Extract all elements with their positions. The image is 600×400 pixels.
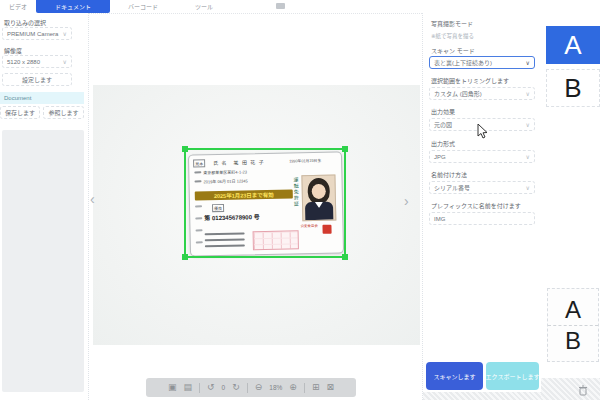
toolbar-divider: [247, 383, 248, 393]
crop-handle-bottom-right[interactable]: [342, 254, 348, 260]
photo-mode-label[interactable]: 写真撮影モード: [431, 19, 473, 28]
crop-handle-top-right[interactable]: [342, 146, 348, 152]
window-icon[interactable]: [276, 3, 285, 9]
scan-settings-panel: 写真撮影モード ※紙で写真を撮る スキャン モード 表と裏(上下接続あり) ∨ …: [422, 13, 543, 400]
naming-method-select[interactable]: シリアル番号 ∨: [429, 181, 535, 194]
next-page-arrow[interactable]: ›: [404, 196, 409, 206]
output-format-select[interactable]: JPG ∨: [429, 150, 535, 163]
trim-value: カスタム (四角形): [434, 89, 482, 98]
output-format-label: 出力形式: [431, 139, 455, 148]
output-effect-label: 出力効果: [431, 107, 455, 116]
tab-tools-label: ツール: [195, 2, 213, 11]
toolbar-divider: [199, 383, 200, 393]
thumbnail-page-b[interactable]: B: [546, 69, 600, 107]
crop-handle-bottom-left[interactable]: [182, 254, 188, 260]
naming-method-value: シリアル番号: [434, 183, 470, 192]
folder-header-label: Document: [4, 95, 31, 101]
thumbnail-b-label: B: [564, 73, 581, 104]
chevron-down-icon: ∨: [63, 30, 67, 37]
thumbnail-bottom-texture: [541, 378, 600, 400]
resolution-select-value: 5120 x 2880: [7, 59, 40, 65]
browse-button[interactable]: 参照します: [43, 106, 84, 119]
camera-select-value: PREMIUM Camera: [7, 31, 58, 37]
zoom-in-icon[interactable]: ⊕: [289, 383, 297, 392]
tab-tools[interactable]: ツール: [186, 0, 222, 13]
source-select-label: 取り込みの選択: [4, 18, 46, 27]
fit-icon[interactable]: ⊞: [312, 383, 320, 392]
export-button[interactable]: エクスポートします: [486, 362, 539, 390]
scan-button[interactable]: スキャンします: [426, 362, 483, 390]
apply-settings-button[interactable]: 設定します: [2, 73, 72, 86]
mouse-cursor: [477, 124, 488, 143]
resolution-label: 解像度: [4, 46, 22, 55]
tab-document[interactable]: ドキュメント: [36, 0, 110, 13]
tab-document-label: ドキュメント: [55, 2, 91, 11]
combined-preview-top: A: [565, 295, 581, 325]
rotate-left-icon[interactable]: ↺: [207, 383, 215, 392]
image-icon[interactable]: ▣: [168, 383, 177, 392]
tab-video-label: ビデオ: [9, 2, 27, 11]
chevron-down-icon: ∨: [526, 121, 530, 128]
combined-preview-bottom: B: [548, 325, 598, 356]
toolbar-divider: [304, 383, 305, 393]
chevron-down-icon: ∨: [63, 58, 67, 65]
file-list-area[interactable]: [2, 130, 84, 392]
photo-mode-note: ※紙で写真を撮る: [431, 32, 474, 40]
save-button[interactable]: 保存します: [0, 106, 40, 119]
scan-mode-label: スキャン モード: [431, 46, 475, 55]
trash-icon[interactable]: [578, 382, 588, 400]
browse-button-label: 参照します: [48, 108, 78, 117]
crop-selection-box[interactable]: [184, 148, 346, 258]
prev-page-arrow[interactable]: ‹: [90, 194, 95, 204]
chevron-down-icon: ∨: [526, 90, 530, 97]
zoom-level-value: 18%: [269, 384, 282, 391]
copy-icon[interactable]: ▤: [184, 383, 193, 392]
left-settings-panel: 取り込みの選択 PREMIUM Camera ∨ 解像度 5120 x 2880…: [0, 13, 89, 400]
chevron-down-icon: ∨: [526, 153, 530, 160]
scan-mode-select[interactable]: 表と裏(上下接続あり) ∨: [429, 56, 535, 69]
resolution-select[interactable]: 5120 x 2880 ∨: [2, 55, 72, 68]
output-format-value: JPG: [434, 154, 446, 160]
crop-icon[interactable]: ⊠: [326, 383, 334, 392]
crop-handle-top-left[interactable]: [182, 146, 188, 152]
output-effect-value: 元の図: [434, 120, 452, 129]
rotate-right-icon[interactable]: ↻: [232, 383, 240, 392]
top-tab-bar: ビデオ ドキュメント バーコード ツール: [0, 0, 600, 14]
thumbnail-a-label: A: [564, 30, 581, 61]
scan-button-label: スキャンします: [433, 372, 475, 381]
thumbnail-page-a[interactable]: A: [546, 26, 600, 64]
tab-barcode-label: バーコード: [128, 2, 158, 11]
zoom-out-icon[interactable]: ⊖: [255, 383, 263, 392]
combined-preview[interactable]: A B: [547, 288, 599, 362]
scan-mode-value: 表と裏(上下接続あり): [434, 58, 492, 67]
prefix-input[interactable]: IMG: [429, 212, 535, 225]
tab-video[interactable]: ビデオ: [2, 0, 34, 13]
preview-toolbar: ▣ ▤ ↺ 0 ↻ ⊖ 18% ⊕ ⊞ ⊠: [146, 378, 356, 397]
save-button-label: 保存します: [5, 108, 35, 117]
chevron-down-icon: ∨: [526, 59, 530, 66]
tab-barcode[interactable]: バーコード: [120, 0, 166, 13]
export-button-label: エクスポートします: [486, 372, 540, 381]
prefix-input-value: IMG: [434, 216, 445, 222]
apply-settings-label: 設定します: [22, 75, 52, 84]
prefix-label: プレフィックスに名前を付けます: [431, 201, 521, 210]
folder-header[interactable]: Document: [0, 92, 84, 104]
naming-method-label: 名前付け方法: [431, 170, 467, 179]
camera-select[interactable]: PREMIUM Camera ∨: [2, 27, 72, 40]
chevron-down-icon: ∨: [526, 184, 530, 191]
trim-label: 選択範囲をトリミングします: [431, 76, 509, 85]
rotation-value: 0: [222, 384, 226, 391]
trim-select[interactable]: カスタム (四角形) ∨: [429, 87, 535, 100]
